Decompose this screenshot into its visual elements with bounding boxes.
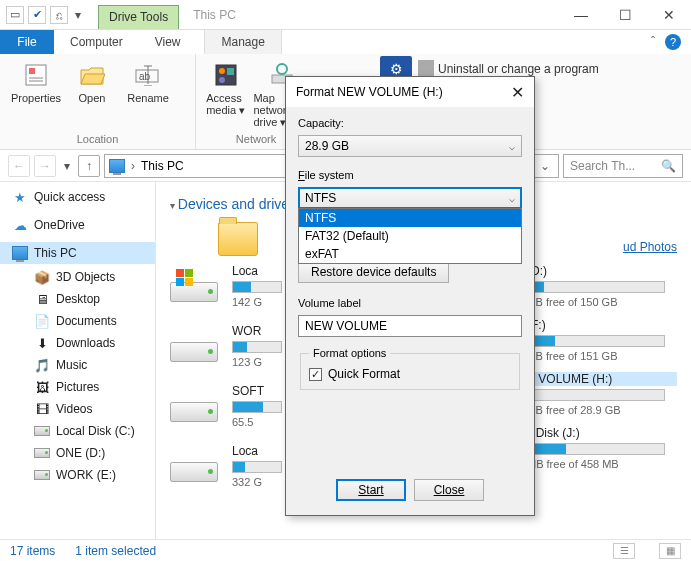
nav-history-icon[interactable]: ⌄ (531, 154, 559, 178)
sidebar-item-label: Downloads (56, 336, 115, 350)
pc-icon (12, 245, 28, 261)
drive-item[interactable]: (D:)GB free of 150 GB (527, 264, 677, 308)
sidebar-item-work-e-[interactable]: WORK (E:) (0, 464, 155, 486)
drive-name: V VOLUME (H:) (527, 372, 677, 386)
ribbon-rename-button[interactable]: ab Rename (118, 58, 178, 104)
filesystem-option-exfat[interactable]: exFAT (299, 245, 521, 263)
status-item-count: 17 items (10, 544, 55, 558)
view-tiles-icon[interactable]: ▦ (659, 543, 681, 559)
sidebar-item-one-d-[interactable]: ONE (D:) (0, 442, 155, 464)
drive-name: (F:) (527, 318, 677, 332)
search-input[interactable]: Search Th... 🔍 (563, 154, 683, 178)
filesystem-option-ntfs[interactable]: NTFS (299, 209, 521, 227)
ribbon-properties-label: Properties (11, 92, 61, 104)
sidebar-item-music[interactable]: 🎵Music (0, 354, 155, 376)
sidebar-item-desktop[interactable]: 🖥Desktop (0, 288, 155, 310)
restore-defaults-button[interactable]: Restore device defaults (298, 261, 449, 283)
quick-format-checkbox[interactable]: ✓ Quick Format (309, 367, 511, 381)
drive-icon (170, 388, 218, 422)
media-icon (211, 60, 241, 90)
qat-customize-icon[interactable]: ▾ (72, 8, 84, 22)
ribbon-access-media-button[interactable]: Accessmedia ▾ (202, 58, 249, 117)
capacity-combo[interactable]: 28.9 GB ⌵ (298, 135, 522, 157)
minimize-button[interactable]: — (559, 0, 603, 29)
drive-usage-bar (232, 461, 282, 473)
sidebar-item-label: Documents (56, 314, 117, 328)
drive-usage-bar (527, 281, 665, 293)
start-button[interactable]: Start (336, 479, 406, 501)
sidebar-item-onedrive[interactable]: ☁OneDrive (0, 214, 155, 236)
tab-view[interactable]: View (139, 30, 197, 54)
drive-icon (34, 467, 50, 483)
sidebar-item-quick-access[interactable]: ★Quick access (0, 186, 155, 208)
window-title: This PC (179, 0, 559, 29)
cloud-photos-link[interactable]: ud Photos (527, 240, 677, 254)
view-details-icon[interactable]: ☰ (613, 543, 635, 559)
nav-back-button[interactable]: ← (8, 155, 30, 177)
folder-icon[interactable] (218, 222, 258, 256)
sidebar-item-label: 3D Objects (56, 270, 115, 284)
drive-usage-bar (527, 335, 665, 347)
drive-name: il Disk (J:) (527, 426, 677, 440)
filesystem-option-fat32[interactable]: FAT32 (Default) (299, 227, 521, 245)
collapse-ribbon-icon[interactable]: ˆ (651, 35, 655, 49)
breadcrumb-this-pc[interactable]: This PC (141, 159, 184, 173)
status-selected: 1 item selected (75, 544, 156, 558)
dialog-footer: Start Close (298, 469, 522, 507)
filesystem-combo[interactable]: NTFS ⌵ NTFS FAT32 (Default) exFAT (298, 187, 522, 209)
capacity-label: Capacity: (298, 117, 522, 129)
sidebar-item-this-pc[interactable]: This PC (0, 242, 155, 264)
ribbon-right: ˆ ? (651, 30, 691, 54)
drive-usage-bar (232, 341, 282, 353)
music-icon: 🎵 (34, 357, 50, 373)
format-dialog: Format NEW VOLUME (H:) ✕ Capacity: 28.9 … (285, 76, 535, 516)
drive-free-label: MB free of 458 MB (527, 458, 677, 470)
open-folder-icon (77, 60, 107, 90)
sidebar-item-documents[interactable]: 📄Documents (0, 310, 155, 332)
right-drives-column: ud Photos (D:)GB free of 150 GB(F:)GB fr… (527, 240, 677, 470)
qat-checkbox-icon[interactable]: ✔ (28, 6, 46, 24)
drive-usage-bar (527, 443, 665, 455)
sidebar-item-label: ONE (D:) (56, 446, 105, 460)
format-options-legend: Format options (309, 347, 390, 359)
drive-item[interactable]: il Disk (J:)MB free of 458 MB (527, 426, 677, 470)
close-button[interactable]: ✕ (647, 0, 691, 29)
doc-icon: 📄 (34, 313, 50, 329)
filesystem-dropdown: NTFS FAT32 (Default) exFAT (298, 208, 522, 264)
nav-forward-button[interactable]: → (34, 155, 56, 177)
svg-point-13 (277, 64, 287, 74)
filesystem-label: File system (298, 169, 522, 181)
drive-free-label: GB free of 151 GB (527, 350, 677, 362)
close-button[interactable]: Close (414, 479, 484, 501)
quick-format-label: Quick Format (328, 367, 400, 381)
sidebar-item-pictures[interactable]: 🖼Pictures (0, 376, 155, 398)
drive-icon (170, 328, 218, 362)
tab-file[interactable]: File (0, 30, 54, 54)
ribbon-open-button[interactable]: Open (70, 58, 114, 104)
drive-icon (34, 445, 50, 461)
obj-icon: 📦 (34, 269, 50, 285)
sidebar-item-videos[interactable]: 🎞Videos (0, 398, 155, 420)
ribbon-group-location: Properties Open ab Rename Location (0, 54, 196, 149)
qat-undo-icon[interactable]: ⎌ (50, 6, 68, 24)
sidebar-item-3d-objects[interactable]: 📦3D Objects (0, 266, 155, 288)
help-icon[interactable]: ? (665, 34, 681, 50)
nav-recent-icon[interactable]: ▾ (60, 155, 74, 177)
volume-label-input[interactable]: NEW VOLUME (298, 315, 522, 337)
maximize-button[interactable]: ☐ (603, 0, 647, 29)
drive-item[interactable]: (F:)GB free of 151 GB (527, 318, 677, 362)
tab-manage[interactable]: Manage (204, 30, 281, 54)
dialog-close-icon[interactable]: ✕ (511, 83, 524, 102)
sidebar-item-local-disk-c-[interactable]: Local Disk (C:) (0, 420, 155, 442)
qat-properties-icon[interactable]: ▭ (6, 6, 24, 24)
svg-point-8 (219, 68, 225, 74)
ribbon-access-media-label: Accessmedia ▾ (206, 92, 245, 117)
ribbon-properties-button[interactable]: Properties (6, 58, 66, 104)
tab-computer[interactable]: Computer (54, 30, 139, 54)
nav-up-button[interactable]: ↑ (78, 155, 100, 177)
sidebar-item-downloads[interactable]: ⬇Downloads (0, 332, 155, 354)
drive-usage-bar (232, 401, 282, 413)
title-bar: ▭ ✔ ⎌ ▾ Drive Tools This PC — ☐ ✕ (0, 0, 691, 30)
drive-item[interactable]: V VOLUME (H:)GB free of 28.9 GB (527, 372, 677, 416)
rename-icon: ab (133, 60, 163, 90)
